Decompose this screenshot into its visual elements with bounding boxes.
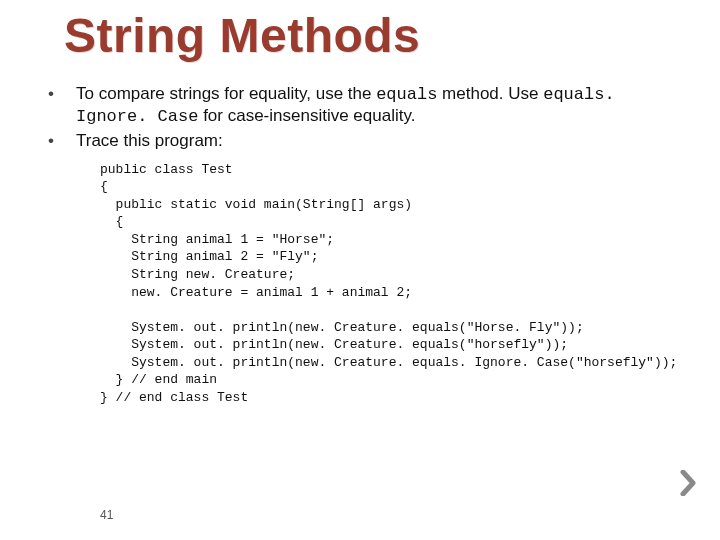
chevron-right-icon <box>680 470 698 496</box>
slide-title: String Methods <box>64 8 720 63</box>
bullet-text: Trace this program: <box>76 130 684 151</box>
bullet-text-part: method. Use <box>437 84 543 103</box>
bullet-marker: • <box>48 83 76 128</box>
bullet-list: • To compare strings for equality, use t… <box>48 83 684 151</box>
bullet-text-part: To compare strings for equality, use the <box>76 84 376 103</box>
page-number: 41 <box>100 508 113 522</box>
inline-code: equals <box>376 85 437 104</box>
bullet-text-part: for case-insensitive equality. <box>198 106 415 125</box>
code-block: public class Test { public static void m… <box>100 161 720 407</box>
bullet-item: • To compare strings for equality, use t… <box>48 83 684 128</box>
bullet-marker: • <box>48 130 76 151</box>
bullet-text: To compare strings for equality, use the… <box>76 83 684 128</box>
bullet-item: • Trace this program: <box>48 130 684 151</box>
